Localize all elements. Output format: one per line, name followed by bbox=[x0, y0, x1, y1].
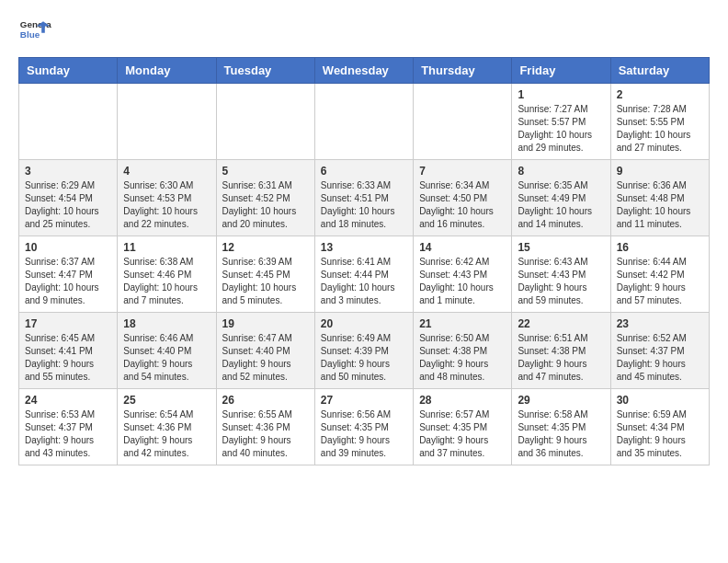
day-number: 7 bbox=[419, 165, 506, 178]
page-header: General Blue bbox=[18, 15, 710, 48]
calendar-week-0: 1Sunrise: 7:27 AM Sunset: 5:57 PM Daylig… bbox=[19, 84, 710, 160]
calendar-cell: 11Sunrise: 6:38 AM Sunset: 4:46 PM Dayli… bbox=[118, 236, 216, 313]
day-number: 26 bbox=[222, 394, 309, 407]
calendar-cell bbox=[216, 84, 314, 160]
svg-text:Blue: Blue bbox=[20, 29, 40, 40]
calendar-header-sunday: Sunday bbox=[19, 58, 118, 84]
calendar-cell: 4Sunrise: 6:30 AM Sunset: 4:53 PM Daylig… bbox=[118, 160, 216, 236]
calendar-header-tuesday: Tuesday bbox=[216, 58, 314, 84]
calendar-cell: 5Sunrise: 6:31 AM Sunset: 4:52 PM Daylig… bbox=[216, 160, 314, 236]
calendar-cell bbox=[314, 84, 413, 160]
calendar-header-row: SundayMondayTuesdayWednesdayThursdayFrid… bbox=[19, 58, 710, 84]
day-number: 18 bbox=[123, 317, 210, 330]
day-info: Sunrise: 6:41 AM Sunset: 4:44 PM Dayligh… bbox=[321, 256, 407, 307]
calendar-cell: 13Sunrise: 6:41 AM Sunset: 4:44 PM Dayli… bbox=[314, 236, 413, 313]
day-info: Sunrise: 6:39 AM Sunset: 4:45 PM Dayligh… bbox=[222, 256, 309, 307]
day-info: Sunrise: 6:51 AM Sunset: 4:38 PM Dayligh… bbox=[518, 332, 604, 384]
calendar-header-thursday: Thursday bbox=[414, 58, 512, 84]
calendar-cell: 15Sunrise: 6:43 AM Sunset: 4:43 PM Dayli… bbox=[512, 236, 610, 313]
calendar-cell: 30Sunrise: 6:59 AM Sunset: 4:34 PM Dayli… bbox=[610, 389, 709, 465]
day-number: 27 bbox=[321, 394, 407, 407]
day-info: Sunrise: 6:45 AM Sunset: 4:41 PM Dayligh… bbox=[25, 332, 111, 384]
day-info: Sunrise: 6:54 AM Sunset: 4:36 PM Dayligh… bbox=[123, 408, 210, 460]
calendar-cell: 27Sunrise: 6:56 AM Sunset: 4:35 PM Dayli… bbox=[314, 389, 413, 465]
calendar-cell bbox=[414, 84, 512, 160]
day-number: 30 bbox=[617, 394, 703, 407]
logo-icon: General Blue bbox=[18, 15, 51, 48]
calendar-table: SundayMondayTuesdayWednesdayThursdayFrid… bbox=[18, 57, 710, 465]
day-number: 22 bbox=[518, 317, 604, 330]
day-number: 25 bbox=[123, 394, 210, 407]
calendar-header-wednesday: Wednesday bbox=[314, 58, 413, 84]
day-number: 29 bbox=[518, 394, 604, 407]
day-number: 17 bbox=[25, 317, 111, 330]
day-number: 11 bbox=[123, 241, 210, 254]
day-number: 14 bbox=[419, 241, 506, 254]
day-number: 13 bbox=[321, 241, 407, 254]
day-info: Sunrise: 6:30 AM Sunset: 4:53 PM Dayligh… bbox=[123, 179, 210, 231]
calendar-cell: 22Sunrise: 6:51 AM Sunset: 4:38 PM Dayli… bbox=[512, 313, 610, 389]
day-info: Sunrise: 6:59 AM Sunset: 4:34 PM Dayligh… bbox=[617, 408, 703, 460]
calendar-week-4: 24Sunrise: 6:53 AM Sunset: 4:37 PM Dayli… bbox=[19, 389, 710, 465]
calendar-header-monday: Monday bbox=[118, 58, 216, 84]
day-number: 1 bbox=[518, 88, 604, 101]
day-number: 15 bbox=[518, 241, 604, 254]
day-info: Sunrise: 6:35 AM Sunset: 4:49 PM Dayligh… bbox=[518, 179, 604, 231]
calendar-cell: 25Sunrise: 6:54 AM Sunset: 4:36 PM Dayli… bbox=[118, 389, 216, 465]
calendar-cell: 8Sunrise: 6:35 AM Sunset: 4:49 PM Daylig… bbox=[512, 160, 610, 236]
day-info: Sunrise: 6:33 AM Sunset: 4:51 PM Dayligh… bbox=[321, 179, 407, 231]
calendar-cell: 17Sunrise: 6:45 AM Sunset: 4:41 PM Dayli… bbox=[19, 313, 118, 389]
calendar-cell: 21Sunrise: 6:50 AM Sunset: 4:38 PM Dayli… bbox=[414, 313, 512, 389]
calendar-cell bbox=[19, 84, 118, 160]
calendar-cell: 18Sunrise: 6:46 AM Sunset: 4:40 PM Dayli… bbox=[118, 313, 216, 389]
calendar-cell bbox=[118, 84, 216, 160]
calendar-header-saturday: Saturday bbox=[610, 58, 709, 84]
day-info: Sunrise: 6:43 AM Sunset: 4:43 PM Dayligh… bbox=[518, 256, 604, 307]
day-info: Sunrise: 7:28 AM Sunset: 5:55 PM Dayligh… bbox=[617, 103, 703, 155]
day-number: 21 bbox=[419, 317, 506, 330]
day-info: Sunrise: 6:47 AM Sunset: 4:40 PM Dayligh… bbox=[222, 332, 309, 384]
day-number: 3 bbox=[25, 165, 111, 178]
day-info: Sunrise: 6:46 AM Sunset: 4:40 PM Dayligh… bbox=[123, 332, 210, 384]
calendar-cell: 24Sunrise: 6:53 AM Sunset: 4:37 PM Dayli… bbox=[19, 389, 118, 465]
calendar-cell: 14Sunrise: 6:42 AM Sunset: 4:43 PM Dayli… bbox=[414, 236, 512, 313]
day-info: Sunrise: 6:58 AM Sunset: 4:35 PM Dayligh… bbox=[518, 408, 604, 460]
calendar-cell: 6Sunrise: 6:33 AM Sunset: 4:51 PM Daylig… bbox=[314, 160, 413, 236]
day-number: 12 bbox=[222, 241, 309, 254]
day-info: Sunrise: 6:29 AM Sunset: 4:54 PM Dayligh… bbox=[25, 179, 111, 231]
day-number: 6 bbox=[321, 165, 407, 178]
calendar-cell: 29Sunrise: 6:58 AM Sunset: 4:35 PM Dayli… bbox=[512, 389, 610, 465]
day-info: Sunrise: 6:42 AM Sunset: 4:43 PM Dayligh… bbox=[419, 256, 506, 307]
calendar-week-2: 10Sunrise: 6:37 AM Sunset: 4:47 PM Dayli… bbox=[19, 236, 710, 313]
calendar-cell: 1Sunrise: 7:27 AM Sunset: 5:57 PM Daylig… bbox=[512, 84, 610, 160]
day-info: Sunrise: 6:56 AM Sunset: 4:35 PM Dayligh… bbox=[321, 408, 407, 460]
calendar-cell: 23Sunrise: 6:52 AM Sunset: 4:37 PM Dayli… bbox=[610, 313, 709, 389]
calendar-cell: 7Sunrise: 6:34 AM Sunset: 4:50 PM Daylig… bbox=[414, 160, 512, 236]
calendar-cell: 20Sunrise: 6:49 AM Sunset: 4:39 PM Dayli… bbox=[314, 313, 413, 389]
calendar-week-1: 3Sunrise: 6:29 AM Sunset: 4:54 PM Daylig… bbox=[19, 160, 710, 236]
day-number: 9 bbox=[617, 165, 703, 178]
calendar-cell: 19Sunrise: 6:47 AM Sunset: 4:40 PM Dayli… bbox=[216, 313, 314, 389]
calendar-cell: 12Sunrise: 6:39 AM Sunset: 4:45 PM Dayli… bbox=[216, 236, 314, 313]
day-number: 2 bbox=[617, 88, 703, 101]
day-info: Sunrise: 6:55 AM Sunset: 4:36 PM Dayligh… bbox=[222, 408, 309, 460]
day-number: 19 bbox=[222, 317, 309, 330]
calendar-cell: 26Sunrise: 6:55 AM Sunset: 4:36 PM Dayli… bbox=[216, 389, 314, 465]
day-info: Sunrise: 6:49 AM Sunset: 4:39 PM Dayligh… bbox=[321, 332, 407, 384]
day-info: Sunrise: 7:27 AM Sunset: 5:57 PM Dayligh… bbox=[518, 103, 604, 155]
calendar-cell: 16Sunrise: 6:44 AM Sunset: 4:42 PM Dayli… bbox=[610, 236, 709, 313]
calendar-cell: 10Sunrise: 6:37 AM Sunset: 4:47 PM Dayli… bbox=[19, 236, 118, 313]
day-info: Sunrise: 6:52 AM Sunset: 4:37 PM Dayligh… bbox=[617, 332, 703, 384]
day-number: 4 bbox=[123, 165, 210, 178]
day-info: Sunrise: 6:34 AM Sunset: 4:50 PM Dayligh… bbox=[419, 179, 506, 231]
day-info: Sunrise: 6:50 AM Sunset: 4:38 PM Dayligh… bbox=[419, 332, 506, 384]
day-number: 20 bbox=[321, 317, 407, 330]
calendar-header-friday: Friday bbox=[512, 58, 610, 84]
logo: General Blue bbox=[18, 15, 51, 48]
day-number: 8 bbox=[518, 165, 604, 178]
day-number: 5 bbox=[222, 165, 309, 178]
day-number: 23 bbox=[617, 317, 703, 330]
day-number: 10 bbox=[25, 241, 111, 254]
day-number: 28 bbox=[419, 394, 506, 407]
day-number: 24 bbox=[25, 394, 111, 407]
